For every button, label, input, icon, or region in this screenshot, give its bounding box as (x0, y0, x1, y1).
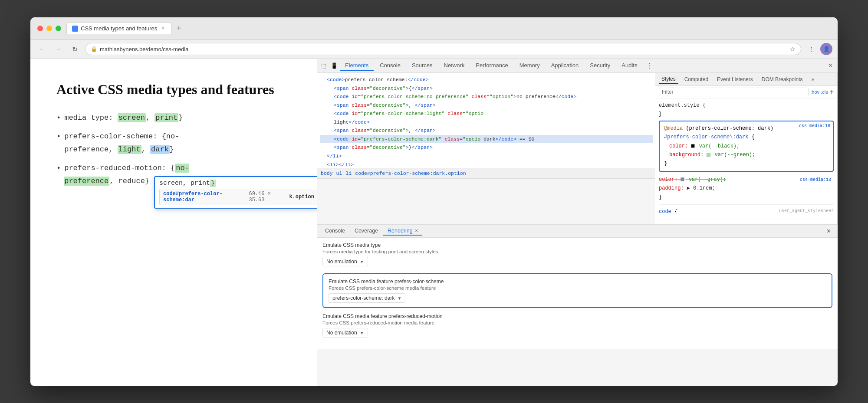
inspect-icon[interactable]: ⬚ (319, 61, 329, 70)
tab-close-button[interactable]: × (160, 26, 166, 32)
close-button[interactable] (37, 26, 43, 31)
device-icon[interactable]: 📱 (329, 61, 339, 70)
attr: class (352, 85, 367, 91)
elements-area: <code>prefers-color-scheme:</code> <span… (317, 73, 838, 224)
maximize-button[interactable] (56, 26, 61, 31)
tab-performance[interactable]: Performance (470, 60, 513, 71)
hov-cls-button[interactable]: :hov .cls (810, 89, 828, 95)
tab-event-listeners[interactable]: Event Listeners (714, 75, 756, 83)
attr: id (352, 111, 358, 116)
tab-console-bottom[interactable]: Console (321, 227, 349, 236)
tag: </code> (408, 77, 428, 82)
styles-content: element.style {} css-media:18 @media (pr… (655, 98, 837, 224)
media-type-value: No emulation (326, 259, 357, 265)
color-scheme-dropdown[interactable]: prefers-color-scheme: dark ▼ (329, 293, 405, 303)
tag: </span> (414, 102, 435, 108)
rendering-tab-close[interactable]: × (415, 228, 418, 234)
element-line: <code>prefers-color-scheme:</code> (320, 75, 653, 84)
element-line: <span class="decorative">, </span> (320, 101, 653, 110)
tab-styles[interactable]: Styles (659, 75, 678, 84)
attr: class (444, 136, 460, 142)
val-color: var(--gray); (689, 177, 726, 183)
rule-source[interactable]: css-media:13 (800, 176, 831, 183)
forward-button[interactable]: → (52, 43, 64, 55)
tooltip-box: code#prefers-color-scheme:dar 69.16 × 35… (159, 189, 317, 205)
title-bar: CSS media types and features × + (30, 17, 838, 40)
tab-computed[interactable]: Computed (682, 75, 711, 83)
rule-selector: #prefers-color-scheme\:dark (664, 134, 748, 140)
elements-tree-area: <code>prefers-color-scheme:</code> <span… (317, 73, 655, 224)
prop-color: color: (659, 177, 677, 183)
tag: </code> (556, 94, 576, 99)
tag: <code (334, 136, 349, 142)
attr: class (447, 111, 463, 116)
rule-selector: code (659, 209, 671, 215)
tab-dom-breakpoints[interactable]: DOM Breakpoints (759, 75, 806, 83)
element-line-selected[interactable]: <code id="prefers-color-scheme:dark" cla… (320, 135, 653, 144)
emulate-reduced-motion-section: Emulate CSS media feature prefers-reduce… (322, 313, 832, 337)
breadcrumb-code[interactable]: code#prefers-color-scheme:dark.option (355, 170, 466, 176)
tab-sources[interactable]: Sources (407, 60, 438, 71)
more-button[interactable]: ⋮ (806, 43, 818, 55)
strikethrough-prop: color: var(--gray); (659, 177, 726, 183)
tab-network[interactable]: Network (439, 60, 470, 71)
main-content: Active CSS media types and features • me… (30, 59, 838, 386)
devtools-close-button[interactable]: × (825, 60, 836, 71)
tooltip-dims: 69.16 × 35.63 (249, 191, 286, 203)
breadcrumb-li[interactable]: li (345, 170, 352, 176)
profile-avatar[interactable]: 👤 (820, 43, 832, 55)
tab-more-styles[interactable]: » (809, 75, 817, 83)
styles-filter-input[interactable] (659, 88, 809, 96)
attr-val: "option" (490, 94, 513, 99)
minimize-button[interactable] (46, 26, 52, 31)
tag: <span (334, 102, 349, 108)
bottom-panel-close[interactable]: × (823, 227, 834, 235)
color-swatch-gray (681, 177, 684, 181)
element-line: <span class="decorative">, </span> (320, 126, 653, 135)
tab-elements[interactable]: Elements (340, 60, 374, 71)
val-bg: var(--green); (715, 152, 756, 158)
tab-rendering[interactable]: Rendering × (383, 227, 422, 236)
at-keyword: @media (664, 125, 683, 131)
add-style-button[interactable]: + (830, 88, 834, 96)
tag: <span (334, 85, 349, 91)
attr-val: "prefers-color-scheme:dark" (361, 136, 441, 142)
reload-button[interactable]: ↻ (69, 43, 81, 55)
more-tabs-icon[interactable]: ⋮ (643, 60, 655, 72)
breadcrumb-body[interactable]: body (321, 170, 333, 176)
media-type-dropdown[interactable]: No emulation ▼ (322, 257, 368, 266)
emulate-media-type-label: Emulate CSS media type (322, 242, 832, 248)
bookmark-icon[interactable]: ☆ (790, 46, 796, 52)
tag: <code> (327, 77, 345, 82)
url-bar[interactable]: 🔒 mathiasbynens.be/demo/css-media ☆ (85, 43, 801, 55)
tag: <span (334, 128, 349, 133)
rule-source[interactable]: css-media:18 (799, 122, 830, 130)
element-line: <span class="decorative">{</span> (320, 84, 653, 93)
browser-actions: ⋮ 👤 (806, 43, 832, 55)
tag: </code> (349, 119, 370, 125)
traffic-lights (37, 26, 61, 31)
tab-console[interactable]: Console (375, 60, 406, 71)
emulate-reduced-motion-label: Emulate CSS media feature prefers-reduce… (322, 313, 832, 319)
tab-audits[interactable]: Audits (616, 60, 642, 71)
new-tab-button[interactable]: + (173, 23, 184, 34)
lock-icon: 🔒 (91, 46, 97, 52)
attr-val: "optio (463, 136, 480, 142)
tag: <code (334, 111, 349, 116)
tab-memory[interactable]: Memory (514, 60, 545, 71)
tab-security[interactable]: Security (585, 60, 615, 71)
reduced-motion-dropdown[interactable]: No emulation ▼ (322, 328, 368, 337)
dropdown-arrow: ▼ (397, 296, 401, 301)
breadcrumb-ul[interactable]: ul (336, 170, 342, 176)
val-color: var(--black); (699, 143, 740, 149)
attr-val: "decorative" (370, 102, 406, 108)
tab-coverage[interactable]: Coverage (350, 227, 382, 236)
styles-sub-tabs: Styles Computed Event Listeners DOM Brea… (655, 73, 837, 86)
page-content: Active CSS media types and features • me… (30, 59, 317, 386)
browser-tab[interactable]: CSS media types and features × (66, 22, 171, 34)
emulate-reduced-motion-desc: Forces CSS prefers-reduced-motion media … (322, 320, 832, 325)
back-button[interactable]: ← (36, 43, 48, 55)
list-item: • media type: screen, print} (56, 111, 291, 125)
bullet: • (56, 162, 61, 175)
tab-application[interactable]: Application (546, 60, 584, 71)
